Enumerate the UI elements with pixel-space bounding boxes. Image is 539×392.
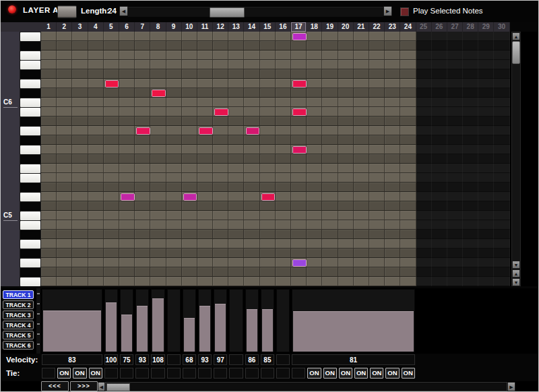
grid-cell[interactable] — [41, 98, 57, 107]
grid-cell[interactable] — [135, 192, 150, 201]
grid-cell[interactable] — [338, 79, 354, 88]
grid-cell[interactable] — [166, 192, 182, 201]
step-header-cell-14[interactable]: 14 — [244, 22, 259, 32]
piano-key-D#5[interactable] — [20, 183, 40, 192]
grid-cell[interactable] — [322, 230, 338, 239]
grid-cell[interactable] — [119, 277, 135, 286]
grid-cell[interactable] — [41, 192, 57, 201]
grid-cell[interactable] — [182, 135, 197, 145]
grid-cell[interactable] — [291, 60, 307, 69]
grid-cell[interactable] — [104, 60, 119, 69]
grid-cell[interactable] — [416, 117, 432, 126]
velocity-bar[interactable] — [262, 309, 273, 352]
grid-cell[interactable] — [244, 220, 259, 230]
grid-cell[interactable] — [228, 249, 244, 258]
grid-cell[interactable] — [213, 41, 228, 51]
grid-cell[interactable] — [244, 239, 259, 249]
grid-cell[interactable] — [276, 145, 291, 154]
grid-cell[interactable] — [400, 220, 416, 230]
grid-cell[interactable] — [307, 135, 322, 145]
grid-cell[interactable] — [72, 220, 88, 230]
grid-cell[interactable] — [150, 69, 166, 79]
grid-cell[interactable] — [338, 69, 354, 79]
grid-cell[interactable] — [228, 69, 244, 79]
grid-cell[interactable] — [354, 98, 369, 107]
grid-cell[interactable] — [182, 201, 197, 211]
grid-cell[interactable] — [463, 211, 478, 220]
grid-cell[interactable] — [41, 88, 57, 98]
grid-cell[interactable] — [72, 239, 88, 249]
grid-cell[interactable] — [291, 51, 307, 60]
grid-cell[interactable] — [385, 164, 400, 173]
grid-cell[interactable] — [416, 239, 432, 249]
grid-cell[interactable] — [338, 60, 354, 69]
grid-cell[interactable] — [307, 258, 322, 267]
grid-cell[interactable] — [494, 211, 509, 220]
grid-cell[interactable] — [447, 249, 463, 258]
grid-cell[interactable] — [276, 51, 291, 60]
grid-cell[interactable] — [432, 183, 447, 192]
grid-cell[interactable] — [307, 173, 322, 183]
grid-cell[interactable] — [291, 220, 307, 230]
grid-cell[interactable] — [478, 98, 494, 107]
grid-cell[interactable] — [354, 32, 369, 41]
grid-cell[interactable] — [41, 41, 57, 51]
grid-cell[interactable] — [338, 267, 354, 277]
tie-cell-12[interactable] — [214, 368, 227, 379]
grid-cell[interactable] — [135, 277, 150, 286]
grid-cell[interactable] — [72, 164, 88, 173]
grid-cell[interactable] — [478, 258, 494, 267]
grid-cell[interactable] — [72, 88, 88, 98]
grid-cell[interactable] — [416, 183, 432, 192]
grid-cell[interactable] — [197, 126, 213, 135]
grid-cell[interactable] — [322, 267, 338, 277]
grid-cell[interactable] — [291, 154, 307, 164]
grid-cell[interactable] — [166, 220, 182, 230]
grid-cell[interactable] — [322, 145, 338, 154]
grid-cell[interactable] — [197, 88, 213, 98]
scroll-down-button-2[interactable]: ▼ — [512, 278, 520, 286]
grid-cell[interactable] — [276, 126, 291, 135]
grid-cell[interactable] — [197, 183, 213, 192]
grid-cell[interactable] — [228, 154, 244, 164]
grid-cell[interactable] — [260, 201, 276, 211]
grid-cell[interactable] — [432, 267, 447, 277]
grid-cell[interactable] — [338, 211, 354, 220]
grid-cell[interactable] — [369, 107, 385, 117]
grid-cell[interactable] — [276, 230, 291, 239]
grid-cell[interactable] — [432, 51, 447, 60]
grid-cell[interactable] — [150, 135, 166, 145]
grid-cell[interactable] — [447, 267, 463, 277]
grid-cell[interactable] — [72, 41, 88, 51]
grid-cell[interactable] — [447, 79, 463, 88]
grid-cell[interactable] — [400, 230, 416, 239]
tie-cell-14[interactable] — [245, 368, 259, 379]
grid-cell[interactable] — [354, 164, 369, 173]
grid-cell[interactable] — [213, 135, 228, 145]
grid-cell[interactable] — [166, 135, 182, 145]
grid-cell[interactable] — [385, 88, 400, 98]
grid-cell[interactable] — [166, 183, 182, 192]
grid-cell[interactable] — [478, 249, 494, 258]
grid-cell[interactable] — [197, 145, 213, 154]
grid-cell[interactable] — [276, 135, 291, 145]
grid-cell[interactable] — [41, 117, 57, 126]
grid-cell[interactable] — [354, 258, 369, 267]
grid-cell[interactable] — [291, 69, 307, 79]
grid-cell[interactable] — [166, 32, 182, 41]
grid-cell[interactable] — [447, 88, 463, 98]
grid-cell[interactable] — [88, 60, 104, 69]
grid-cell[interactable] — [291, 239, 307, 249]
step-header-cell-10[interactable]: 10 — [182, 22, 197, 32]
grid-cell[interactable] — [447, 69, 463, 79]
grid-cell[interactable] — [447, 32, 463, 41]
grid-cell[interactable] — [213, 69, 228, 79]
grid-cell[interactable] — [166, 126, 182, 135]
grid-cell[interactable] — [400, 192, 416, 201]
tie-cell-20[interactable]: ON — [339, 368, 352, 379]
grid-cell[interactable] — [57, 164, 72, 173]
grid-cell[interactable] — [322, 239, 338, 249]
track-button-3[interactable]: TRACK 3 — [3, 311, 34, 319]
grid-cell[interactable] — [166, 41, 182, 51]
grid-cell[interactable] — [369, 135, 385, 145]
